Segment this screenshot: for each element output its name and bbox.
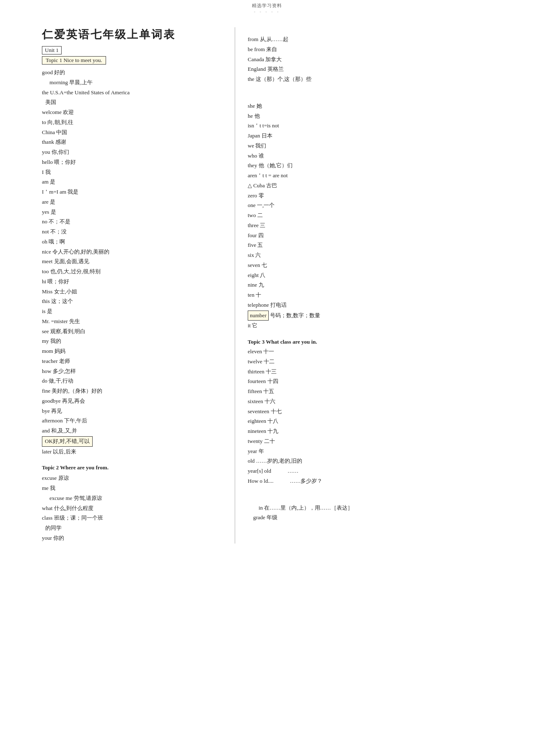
entry-to: to 向,朝,到,往: [42, 118, 226, 127]
entry-canada: Canada 加拿大: [248, 55, 509, 65]
entry-afternoon: afternoon 下午,午后: [42, 416, 226, 426]
top-bar-dots: - - - - -: [254, 9, 280, 14]
entry-one: one 一,一个: [248, 201, 509, 210]
entry-your: your 你的: [42, 533, 226, 543]
entry-excuse: excuse 原谅: [42, 474, 226, 483]
entry-miss: Miss 女士,小姐: [42, 287, 226, 297]
entry-telephone: telephone 打电话: [248, 300, 509, 310]
ok-highlight: OK好,对,不错,可以: [42, 436, 93, 447]
entry-see: see 观察,看到,明白: [42, 327, 226, 337]
entry-class-zh: 的同学: [42, 523, 226, 533]
entry-morning: morning 早晨,上午: [42, 78, 226, 88]
entry-welcome: welcome 欢迎: [42, 108, 226, 117]
entry-nineteen: nineteen 十九: [248, 427, 509, 436]
entry-usa-zh: 美国: [42, 98, 226, 107]
entry-are: are 是: [42, 197, 226, 207]
topic2-right-entries-b: she 她 he 他 isn＇t t=is not Japan 日本 we 我们…: [248, 101, 509, 331]
topic3-entries: eleven 十一 twelve 十二 thirteen 十三 fourteen…: [248, 347, 509, 486]
entry-twenty: twenty 二十: [248, 437, 509, 446]
spacer-right-topic3: [248, 331, 509, 339]
left-column: 仁爱英语七年级上单词表 Unit 1 Topic 1 Nice to meet …: [42, 27, 235, 544]
number-highlight: number: [248, 311, 269, 321]
entry-zero: zero 零: [248, 191, 509, 201]
entry-five: five 五: [248, 241, 509, 250]
entry-do: do 做,干,行动: [42, 376, 226, 386]
entry-yes: yes 是: [42, 207, 226, 217]
entry-eight: eight 八: [248, 271, 509, 280]
entry-am: am 是: [42, 177, 226, 187]
entry-usa: the U.S.A=the United States of America: [42, 88, 226, 98]
entry-class: class 班级；课；同一个班: [42, 513, 226, 523]
entry-old: old ……岁的,老的,旧的: [248, 456, 509, 466]
entry-yearold: year[s] old ……: [248, 466, 509, 476]
entry-the: the 这（那）个,这（那）些: [248, 75, 509, 84]
entry-hello: hello 喂；你好: [42, 158, 226, 167]
entry-nice: nice 令人开心的,好的,美丽的: [42, 247, 226, 257]
entry-this: this 这；这个: [42, 297, 226, 306]
entry-mom: mom 妈妈: [42, 347, 226, 356]
entry-no: no 不；不是: [42, 217, 226, 227]
top-bar-label: 精选学习资料: [252, 3, 282, 8]
entry-me: me 我: [42, 484, 226, 493]
entry-two: two 二: [248, 211, 509, 220]
entry-fourteen: fourteen 十四: [248, 377, 509, 386]
entry-it: it 它: [248, 321, 509, 331]
right-column: from 从,从……起 be from 来自 Canada 加拿大 Englan…: [235, 27, 509, 544]
entry-too: too 也,仍,大,过分,很,特别: [42, 267, 226, 277]
entry-china: China 中国: [42, 128, 226, 137]
spacer-right-mid: [248, 85, 509, 101]
entry-and: and 和,及,又,并: [42, 426, 226, 436]
entry-sixteen: sixteen 十六: [248, 397, 509, 406]
entry-england: England 英格兰: [248, 65, 509, 74]
entry-cuba: △ Cuba 古巴: [248, 181, 509, 191]
entry-is: is 是: [42, 307, 226, 316]
entry-twelve: twelve 十二: [248, 357, 509, 367]
topic1-entries: good 好的 morning 早晨,上午 the U.S.A=the Unit…: [42, 68, 226, 456]
entry-ok: OK好,对,不错,可以: [42, 436, 226, 447]
entry-he: he 他: [248, 111, 509, 121]
topic2-right-entries-a: from 从,从……起 be from 来自 Canada 加拿大 Englan…: [248, 35, 509, 84]
entry-fifteen: fifteen 十五: [248, 387, 509, 396]
entry-six: six 六: [248, 251, 509, 260]
entry-excuseme: excuse me 劳驾,请原谅: [42, 494, 226, 503]
spacer-left: [42, 457, 226, 464]
entry-later: later 以后,后来: [42, 447, 226, 457]
topic1-box: Topic 1 Nice to meet you.: [42, 56, 106, 65]
entry-fine: fine 美好的,（身体）好的: [42, 386, 226, 396]
entry-howold: How o ld.... ……多少岁？: [248, 476, 509, 486]
topic2-left-entries: excuse 原谅 me 我 excuse me 劳驾,请原谅 what 什么,…: [42, 474, 226, 543]
entry-thank: thank 感谢: [42, 137, 226, 147]
entry-mr: Mr. =mister 先生: [42, 317, 226, 326]
entry-number: number 号码；数,数字；数量: [248, 311, 509, 321]
entry-good: good 好的: [42, 68, 226, 78]
bottom-right: in 在……里（内,上），用……［表达］ grade 年级: [248, 503, 509, 523]
entry-ten: ten 十: [248, 290, 509, 300]
entry-year: year 年: [248, 447, 509, 456]
entry-they: they 他（她,它）们: [248, 161, 509, 171]
entry-you: you 你,你们: [42, 148, 226, 157]
topic2-line: Topic 2 Where are you from.: [42, 464, 226, 471]
entry-she: she 她: [248, 101, 509, 111]
entry-nine: nine 九: [248, 280, 509, 290]
entry-three: three 三: [248, 221, 509, 230]
entry-not: not 不；没: [42, 227, 226, 237]
entry-seventeen: seventeen 十七: [248, 407, 509, 417]
entry-I: I 我: [42, 168, 226, 177]
entry-im: I＇m=I am 我是: [42, 187, 226, 197]
top-bar: 精选学习资料 - - - - -: [0, 0, 534, 15]
spacer-right-top: [248, 27, 509, 35]
entry-thirteen: thirteen 十三: [248, 367, 509, 377]
entry-who: who 谁: [248, 151, 509, 161]
page-container: 仁爱英语七年级上单词表 Unit 1 Topic 1 Nice to meet …: [0, 15, 534, 560]
entry-oh: oh 哦；啊: [42, 237, 226, 247]
entry-meet: meet 见面,会面,遇见: [42, 257, 226, 267]
main-title: 仁爱英语七年级上单词表: [42, 27, 226, 42]
entry-eleven: eleven 十一: [248, 347, 509, 357]
entry-seven: seven 七: [248, 261, 509, 270]
entry-befrom: be from 来自: [248, 45, 509, 54]
entry-arent: aren＇t t = are not: [248, 171, 509, 181]
entry-bye: bye 再见: [42, 406, 226, 416]
entry-grade: grade 年级: [248, 513, 509, 523]
entry-four: four 四: [248, 231, 509, 241]
topic3-line: Topic 3 What class are you in.: [248, 339, 509, 345]
